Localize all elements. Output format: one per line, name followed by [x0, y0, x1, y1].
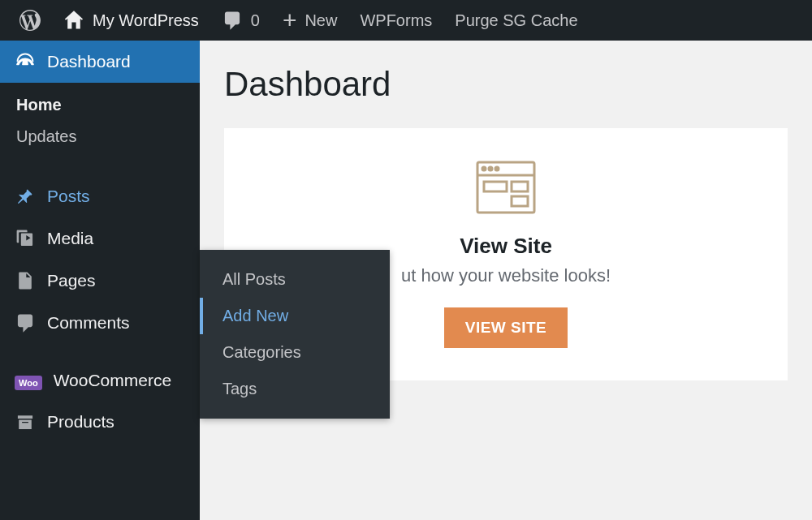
site-name-link[interactable]: My WordPress: [52, 0, 210, 41]
flyout-tags[interactable]: Tags: [200, 371, 390, 407]
wpforms-label: WPForms: [360, 11, 432, 30]
sidebar-item-woocommerce[interactable]: Woo WooCommerce: [0, 360, 200, 401]
sidebar-item-products[interactable]: Products: [0, 401, 200, 443]
comments-label: Comments: [47, 313, 130, 333]
svg-rect-6: [512, 182, 528, 191]
view-site-button[interactable]: VIEW SITE: [444, 307, 568, 348]
submenu-updates[interactable]: Updates: [0, 121, 200, 153]
posts-flyout: All Posts Add New Categories Tags: [200, 250, 390, 419]
dashboard-icon: [15, 51, 36, 72]
media-icon: [15, 228, 36, 249]
woo-icon: Woo: [15, 371, 42, 390]
flyout-all-posts[interactable]: All Posts: [200, 261, 390, 298]
comment-count: 0: [251, 11, 260, 30]
flyout-categories[interactable]: Categories: [200, 334, 390, 371]
comments-icon: [15, 312, 36, 333]
wpforms-link[interactable]: WPForms: [348, 0, 443, 41]
products-label: Products: [47, 412, 114, 432]
svg-rect-7: [512, 196, 528, 206]
woocommerce-label: WooCommerce: [54, 371, 171, 390]
wordpress-icon: [19, 10, 41, 31]
page-title: Dashboard: [224, 65, 788, 104]
dashboard-submenu: Home Updates: [0, 83, 200, 159]
site-name-text: My WordPress: [93, 11, 199, 30]
archive-icon: [15, 411, 36, 432]
sidebar-item-posts[interactable]: Posts: [0, 175, 200, 217]
sidebar-item-comments[interactable]: Comments: [0, 302, 200, 344]
pin-icon: [15, 186, 36, 207]
home-icon: [63, 10, 84, 31]
svg-point-3: [489, 167, 492, 170]
purge-cache-link[interactable]: Purge SG Cache: [443, 0, 589, 41]
comment-icon: [222, 10, 243, 31]
browser-icon: [476, 161, 536, 217]
sidebar-item-dashboard[interactable]: Dashboard: [0, 41, 200, 83]
svg-rect-5: [484, 182, 507, 191]
pages-icon: [15, 270, 36, 291]
svg-point-4: [495, 167, 499, 170]
admin-sidebar: Dashboard Home Updates Posts Media Pages…: [0, 41, 200, 520]
media-label: Media: [47, 229, 93, 248]
plus-icon: +: [283, 8, 297, 32]
flyout-add-new[interactable]: Add New: [200, 298, 390, 334]
svg-point-2: [482, 167, 486, 170]
admin-bar: My WordPress 0 + New WPForms Purge SG Ca…: [0, 0, 812, 41]
posts-label: Posts: [47, 187, 90, 206]
new-content-link[interactable]: + New: [271, 0, 349, 41]
comments-link[interactable]: 0: [210, 0, 271, 41]
sidebar-item-media[interactable]: Media: [0, 217, 200, 260]
wp-logo[interactable]: [8, 0, 52, 41]
submenu-home[interactable]: Home: [0, 89, 200, 121]
purge-label: Purge SG Cache: [455, 11, 577, 30]
sidebar-item-pages[interactable]: Pages: [0, 260, 200, 302]
dashboard-label: Dashboard: [47, 52, 131, 71]
pages-label: Pages: [47, 271, 96, 290]
new-label: New: [304, 11, 337, 30]
